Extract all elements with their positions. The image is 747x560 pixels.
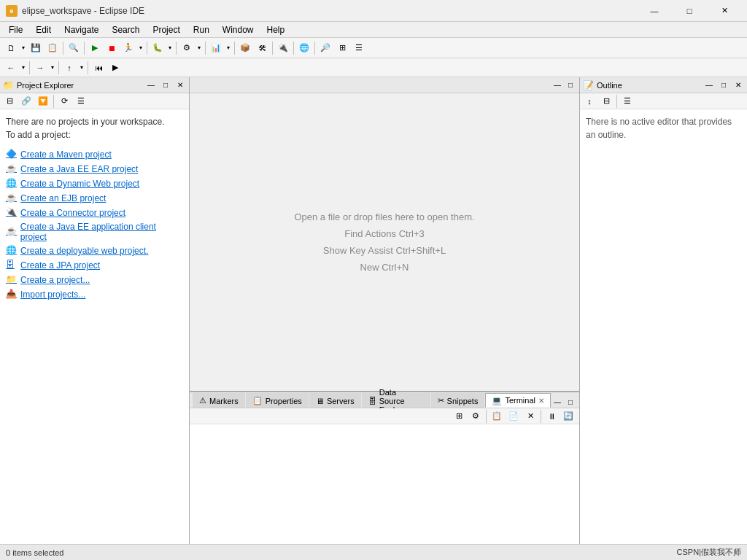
outline-collapse-button[interactable]: ⊟ <box>598 93 614 109</box>
save-button[interactable]: 💾 <box>28 40 44 56</box>
title-bar: e elipse_workspave - Eclipse IDE — □ ✕ <box>0 0 747 22</box>
main-layout: 📁 Project Explorer — □ ✕ ⊟ 🔗 🔽 ⟳ ☰ There… <box>0 77 747 544</box>
pe-link-editor-button[interactable]: 🔗 <box>18 93 34 109</box>
bottom-tab-terminal[interactable]: 💻Terminal✕ <box>485 393 551 408</box>
terminal-disconnect-button[interactable]: ⏸ <box>543 408 560 424</box>
outline-header: 📝 Outline — □ ✕ <box>580 77 747 93</box>
pe-filter-button[interactable]: 🔽 <box>35 93 51 109</box>
stop-button[interactable]: ⏹ <box>104 40 120 56</box>
new-file-dropdown[interactable]: ▾ <box>20 40 27 56</box>
bottom-maximize-button[interactable]: □ <box>565 396 576 408</box>
new-file-button[interactable]: 🗋 <box>3 40 19 56</box>
bottom-minimize-button[interactable]: — <box>551 396 563 408</box>
pe-close-button[interactable]: ✕ <box>174 79 186 91</box>
pe-collapse-all-button[interactable]: ⊟ <box>1 93 18 109</box>
pe-maximize-button[interactable]: □ <box>160 79 171 91</box>
menu-item-window[interactable]: Window <box>217 23 260 36</box>
debug-button[interactable]: 🐛 <box>150 40 166 56</box>
save-all-button[interactable]: 📋 <box>44 40 61 56</box>
project-link-0[interactable]: 🔷Create a Maven project <box>6 147 183 162</box>
pe-minimize-button[interactable]: — <box>145 79 157 91</box>
menu-item-edit[interactable]: Edit <box>30 23 57 36</box>
coverage-dropdown[interactable]: ▾ <box>225 40 232 56</box>
terminal-copy-button[interactable]: 📋 <box>489 408 505 424</box>
project-link-9[interactable]: 📥Import projects... <box>6 287 183 302</box>
nav-up-button[interactable]: ↑ <box>61 60 77 76</box>
maximize-button[interactable]: □ <box>673 0 706 22</box>
nav-last-edit-button[interactable]: ⏮ <box>90 60 107 76</box>
project-link-2[interactable]: 🌐Create a Dynamic Web project <box>6 176 183 191</box>
nav-open-type-button[interactable]: ▶ <box>107 60 123 76</box>
window-controls: — □ ✕ <box>638 0 741 22</box>
minimize-button[interactable]: — <box>638 0 671 22</box>
editor-hint1: Open a file or drop files here to open t… <box>294 211 474 222</box>
install-plugin-button[interactable]: 🔌 <box>275 40 291 56</box>
view-menu-button[interactable]: ☰ <box>351 40 367 56</box>
project-link-3[interactable]: ☕Create an EJB project <box>6 191 183 206</box>
nav-forward-button[interactable]: → <box>32 60 48 76</box>
menu-item-file[interactable]: File <box>3 23 28 36</box>
main-toolbar: 🗋 ▾ 💾 📋 🔍 ▶ ⏹ 🏃 ▾ 🐛 ▾ ⚙ ▾ 📊 ▾ 📦 🛠 🔌 🌐 🔎 … <box>0 38 747 58</box>
project-link-5[interactable]: ☕Create a Java EE application client pro… <box>6 220 183 244</box>
run-dropdown[interactable]: ▾ <box>137 40 144 56</box>
outline-title: Outline <box>597 81 700 90</box>
nav-back-button[interactable]: ← <box>3 60 19 76</box>
window-title: elipse_workspave - Eclipse IDE <box>22 6 144 16</box>
external-tools-button[interactable]: ⚙ <box>179 40 195 56</box>
terminal-new-button[interactable]: ⊞ <box>451 408 467 424</box>
status-right-text: CSPN|假装我不师 <box>677 547 741 558</box>
title-bar-left: e elipse_workspave - Eclipse IDE <box>6 5 144 17</box>
project-link-8[interactable]: 📁Create a project... <box>6 273 183 287</box>
outline-sort-button[interactable]: ↕ <box>581 93 597 109</box>
run-button[interactable]: 🏃 <box>120 40 136 56</box>
nav-forward-dropdown[interactable]: ▾ <box>49 60 56 76</box>
project-link-6[interactable]: 🌐Create a deployable web project. <box>6 244 183 258</box>
outline-maximize-button[interactable]: □ <box>718 79 729 91</box>
run-last-button[interactable]: ▶ <box>87 40 103 56</box>
eclipse-icon: e <box>6 5 18 17</box>
project-link-4[interactable]: 🔌Create a Connector project <box>6 206 183 220</box>
outline-menu-button[interactable]: ☰ <box>619 93 635 109</box>
menu-item-search[interactable]: Search <box>106 23 145 36</box>
tab-close-terminal[interactable]: ✕ <box>538 397 544 405</box>
search-button[interactable]: 🔍 <box>66 40 82 56</box>
project-link-7[interactable]: 🗄Create a JPA project <box>6 258 183 273</box>
project-explorer-panel: 📁 Project Explorer — □ ✕ ⊟ 🔗 🔽 ⟳ ☰ There… <box>0 77 190 544</box>
outline-panel: 📝 Outline — □ ✕ ↕ ⊟ ☰ There is no active… <box>579 77 747 544</box>
bottom-tab-snippets[interactable]: ✂Snippets <box>431 393 485 408</box>
bottom-tab-servers[interactable]: 🖥Servers <box>309 393 361 408</box>
menu-item-help[interactable]: Help <box>261 23 291 36</box>
terminal-reconnect-button[interactable]: 🔄 <box>560 408 576 424</box>
pe-sync-button[interactable]: ⟳ <box>56 93 72 109</box>
nav-up-dropdown[interactable]: ▾ <box>78 60 85 76</box>
outline-close-button[interactable]: ✕ <box>732 79 744 91</box>
menu-item-run[interactable]: Run <box>187 23 215 36</box>
project-explorer-title: Project Explorer <box>17 81 142 90</box>
outline-minimize-button[interactable]: — <box>703 79 715 91</box>
menu-item-navigate[interactable]: Navigate <box>58 23 104 36</box>
debug-dropdown[interactable]: ▾ <box>166 40 174 56</box>
web-browser-button[interactable]: 🌐 <box>296 40 312 56</box>
editor-minimize-button[interactable]: — <box>551 79 563 91</box>
project-link-1[interactable]: ☕Create a Java EE EAR project <box>6 162 183 176</box>
nav-back-dropdown[interactable]: ▾ <box>20 60 27 76</box>
editor-maximize-button[interactable]: □ <box>565 79 576 91</box>
coverage-button[interactable]: 📊 <box>208 40 224 56</box>
close-button[interactable]: ✕ <box>708 0 741 22</box>
bottom-tab-properties[interactable]: 📋Properties <box>246 393 309 408</box>
bottom-tab-markers[interactable]: ⚠Markers <box>193 393 245 408</box>
perspective-button[interactable]: ⊞ <box>334 40 350 56</box>
terminal-paste-button[interactable]: 📄 <box>506 408 522 424</box>
project-links-list: 🔷Create a Maven project☕Create a Java EE… <box>6 147 183 302</box>
new-server-button[interactable]: 🛠 <box>254 40 270 56</box>
bottom-tab-data-source-explorer[interactable]: 🗄Data Source Explorer <box>362 393 430 408</box>
bottom-toolbar: ⊞ ⚙ 📋 📄 ✕ ⏸ 🔄 <box>190 408 579 424</box>
terminal-settings-button[interactable]: ⚙ <box>468 408 484 424</box>
editor-hint2: Find Actions Ctrl+3 <box>344 228 424 239</box>
terminal-clear-button[interactable]: ✕ <box>522 408 538 424</box>
ext-tools-dropdown[interactable]: ▾ <box>196 40 203 56</box>
open-task-button[interactable]: 📦 <box>237 40 253 56</box>
pe-menu-button[interactable]: ☰ <box>73 93 89 109</box>
search-ide-button[interactable]: 🔎 <box>317 40 333 56</box>
menu-item-project[interactable]: Project <box>147 23 185 36</box>
